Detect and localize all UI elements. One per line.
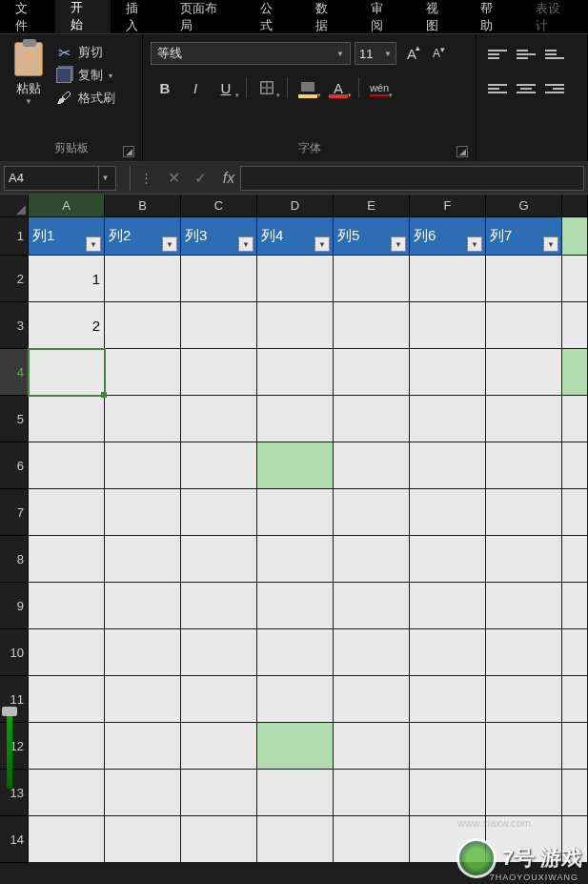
cell-A11[interactable] bbox=[29, 676, 105, 723]
cell-C2[interactable] bbox=[181, 256, 257, 302]
cell-B2[interactable] bbox=[105, 256, 181, 302]
cell-B5[interactable] bbox=[105, 396, 181, 442]
cell-partial-row8[interactable] bbox=[562, 536, 588, 583]
cell-G3[interactable] bbox=[486, 302, 562, 349]
row-header-4[interactable]: 4 bbox=[0, 349, 29, 396]
cell-A10[interactable] bbox=[29, 629, 105, 676]
row-header-10[interactable]: 10 bbox=[0, 629, 29, 676]
cell-partial-row7[interactable] bbox=[562, 489, 588, 536]
menu-help[interactable]: 帮助 bbox=[465, 0, 520, 33]
border-button[interactable]: ▾ bbox=[253, 74, 281, 101]
menu-page-layout[interactable]: 页面布局 bbox=[165, 0, 245, 33]
cell-partial-row3[interactable] bbox=[562, 302, 588, 349]
format-painter-button[interactable]: 🖌 格式刷 bbox=[55, 90, 115, 107]
menu-formulas[interactable]: 公式 bbox=[245, 0, 300, 33]
cell-C12[interactable] bbox=[181, 723, 257, 770]
cell-C11[interactable] bbox=[181, 676, 257, 723]
cell-G2[interactable] bbox=[486, 256, 562, 302]
cell-D1[interactable]: 列4▼ bbox=[257, 217, 334, 256]
align-right-button[interactable] bbox=[541, 76, 568, 101]
cell-B14[interactable] bbox=[105, 816, 181, 863]
cell-B9[interactable] bbox=[105, 583, 181, 629]
row-header-5[interactable]: 5 bbox=[0, 396, 29, 442]
cell-G8[interactable] bbox=[486, 536, 562, 583]
filter-dropdown-icon[interactable]: ▼ bbox=[314, 236, 330, 252]
cell-B6[interactable] bbox=[105, 442, 181, 489]
cell-B4[interactable] bbox=[105, 349, 181, 396]
cell-E8[interactable] bbox=[334, 536, 410, 583]
italic-button[interactable]: I bbox=[181, 74, 210, 101]
cell-D5[interactable] bbox=[257, 396, 334, 442]
cell-E10[interactable] bbox=[334, 629, 410, 676]
cell-F13[interactable] bbox=[410, 770, 486, 816]
enter-formula-button[interactable]: ✓ bbox=[187, 166, 213, 191]
vertical-slider[interactable] bbox=[2, 712, 17, 789]
slider-knob[interactable] bbox=[2, 707, 17, 716]
cell-B1[interactable]: 列2▼ bbox=[105, 217, 181, 256]
phonetic-guide-button[interactable]: wén ▾ bbox=[365, 74, 394, 101]
cell-B12[interactable] bbox=[105, 723, 181, 770]
cell-A8[interactable] bbox=[29, 536, 105, 583]
cell-E6[interactable] bbox=[334, 442, 410, 489]
row-header-2[interactable]: 2 bbox=[0, 256, 29, 302]
align-middle-button[interactable] bbox=[513, 42, 539, 67]
menu-data[interactable]: 数据 bbox=[300, 0, 355, 33]
cell-G12[interactable] bbox=[486, 723, 562, 770]
cell-A6[interactable] bbox=[29, 442, 105, 489]
cell-D4[interactable] bbox=[257, 349, 334, 396]
cell-D8[interactable] bbox=[257, 536, 334, 583]
underline-button[interactable]: U▾ bbox=[212, 74, 240, 101]
cell-E3[interactable] bbox=[334, 302, 410, 349]
cell-partial-row5[interactable] bbox=[562, 396, 588, 442]
cell-A5[interactable] bbox=[29, 396, 105, 442]
cell-C10[interactable] bbox=[181, 629, 257, 676]
cell-B7[interactable] bbox=[105, 489, 181, 536]
row-header-9[interactable]: 9 bbox=[0, 583, 29, 629]
cell-B8[interactable] bbox=[105, 536, 181, 583]
cell-D6[interactable] bbox=[257, 442, 334, 489]
cell-A14[interactable] bbox=[29, 816, 105, 863]
cell-D11[interactable] bbox=[257, 676, 334, 723]
cell-partial-row6[interactable] bbox=[562, 442, 588, 489]
cell-G7[interactable] bbox=[486, 489, 562, 536]
cell-partial-row4[interactable] bbox=[562, 349, 588, 396]
cut-button[interactable]: ✂ 剪切 bbox=[55, 44, 115, 61]
copy-button[interactable]: 复制 ▾ bbox=[55, 67, 115, 84]
cell-B10[interactable] bbox=[105, 629, 181, 676]
cell-G6[interactable] bbox=[486, 442, 562, 489]
cell-E1[interactable]: 列5▼ bbox=[334, 217, 410, 256]
cell-G11[interactable] bbox=[486, 676, 562, 723]
cell-C5[interactable] bbox=[181, 396, 257, 442]
cell-A12[interactable] bbox=[29, 723, 105, 770]
cell-D2[interactable] bbox=[257, 256, 334, 302]
cell-B11[interactable] bbox=[105, 676, 181, 723]
fill-color-button[interactable]: ▾ bbox=[294, 74, 322, 101]
cell-B3[interactable] bbox=[105, 302, 181, 349]
name-box[interactable]: A4 ▼ bbox=[4, 166, 116, 191]
cell-partial-row13[interactable] bbox=[562, 770, 588, 816]
cell-F1[interactable]: 列6▼ bbox=[410, 217, 486, 256]
align-bottom-button[interactable] bbox=[541, 42, 568, 67]
row-header-6[interactable]: 6 bbox=[0, 442, 29, 489]
row-header-8[interactable]: 8 bbox=[0, 536, 29, 583]
cell-A1[interactable]: 列1▼ bbox=[29, 217, 105, 256]
cell-D10[interactable] bbox=[257, 629, 334, 676]
row-header-1[interactable]: 1 bbox=[0, 217, 29, 256]
cell-A2[interactable]: 1 bbox=[29, 256, 105, 302]
insert-function-button[interactable]: fx bbox=[213, 166, 240, 191]
cell-F11[interactable] bbox=[410, 676, 486, 723]
filter-dropdown-icon[interactable]: ▼ bbox=[391, 236, 406, 252]
paste-button[interactable]: 粘贴 ▼ bbox=[8, 38, 50, 106]
paste-dropdown-icon[interactable]: ▼ bbox=[25, 97, 32, 106]
formula-input[interactable] bbox=[240, 166, 584, 191]
cell-A4[interactable] bbox=[29, 349, 105, 396]
cell-D14[interactable] bbox=[257, 816, 334, 863]
col-header-E[interactable]: E bbox=[334, 195, 410, 217]
menu-review[interactable]: 审阅 bbox=[355, 0, 411, 33]
col-header-A[interactable]: A bbox=[29, 195, 105, 217]
font-name-select[interactable]: 等线 ▼ bbox=[151, 42, 351, 65]
font-size-select[interactable]: 11 ▼ bbox=[355, 42, 396, 65]
select-all-button[interactable] bbox=[0, 195, 29, 217]
font-launcher-icon[interactable]: ◢ bbox=[456, 146, 468, 157]
cell-F12[interactable] bbox=[410, 723, 486, 770]
